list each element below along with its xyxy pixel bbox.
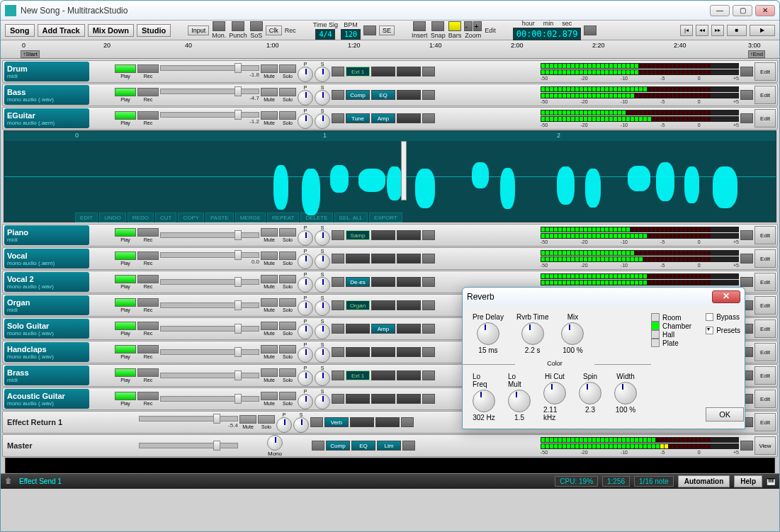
- room-hall-radio[interactable]: [651, 330, 660, 339]
- mute-button[interactable]: [261, 111, 278, 120]
- play-button[interactable]: [115, 392, 136, 400]
- mute-button[interactable]: [261, 345, 278, 353]
- effect-slot[interactable]: Lim: [377, 441, 401, 451]
- slot-extra[interactable]: [422, 370, 435, 380]
- edit-button[interactable]: Edit: [754, 343, 776, 361]
- mix-knob[interactable]: [561, 322, 584, 345]
- time-counter[interactable]: 00:00:02.879: [513, 28, 582, 40]
- effect-slot[interactable]: [371, 277, 395, 287]
- effect-slot[interactable]: De-es: [346, 277, 370, 287]
- help-button[interactable]: Help: [734, 475, 762, 487]
- effect-menu[interactable]: [332, 324, 344, 334]
- minimize-button[interactable]: —: [710, 5, 730, 16]
- volume-fader[interactable]: [160, 89, 259, 94]
- ok-button[interactable]: OK: [706, 407, 744, 421]
- effect-slot[interactable]: Organ: [346, 300, 370, 310]
- play-button[interactable]: [115, 111, 136, 120]
- track-header[interactable]: Bassmono audio (.wav): [4, 85, 89, 105]
- wave-delete-button[interactable]: DELETE: [300, 213, 332, 222]
- rec-button[interactable]: [137, 111, 159, 120]
- effect-slot[interactable]: Amp: [371, 324, 395, 334]
- effect-slot[interactable]: EQ: [351, 441, 375, 451]
- pre-delay-knob[interactable]: [477, 322, 499, 345]
- playhead[interactable]: [401, 141, 407, 200]
- rec-button[interactable]: [137, 298, 159, 307]
- send-knob[interactable]: [315, 67, 330, 82]
- effect-slot[interactable]: Comp: [346, 90, 370, 100]
- track-header[interactable]: Handclapsmono audio (.wav): [4, 342, 89, 362]
- effect-slot[interactable]: [371, 67, 395, 77]
- edit-button[interactable]: Edit: [754, 109, 776, 128]
- volume-fader[interactable]: [160, 252, 259, 258]
- effect-slot[interactable]: Samp: [346, 230, 370, 240]
- effect-slot[interactable]: [397, 277, 421, 287]
- slot-extra[interactable]: [422, 347, 435, 357]
- effect-slot[interactable]: Ext 1: [346, 67, 370, 77]
- send-knob[interactable]: [315, 277, 330, 293]
- sos-toggle[interactable]: [250, 21, 263, 31]
- play-button[interactable]: [115, 228, 136, 237]
- volume-fader[interactable]: [160, 373, 259, 378]
- pan-knob[interactable]: [298, 300, 313, 316]
- wave-export-button[interactable]: EXPORT: [369, 213, 402, 222]
- effect-slot[interactable]: Amp: [371, 113, 395, 123]
- effect-slot[interactable]: Ext 1: [346, 370, 370, 380]
- keyboard-icon[interactable]: 🎹: [767, 477, 775, 485]
- volume-fader[interactable]: [160, 65, 259, 71]
- effect-slot[interactable]: [371, 300, 395, 310]
- width-knob[interactable]: [614, 382, 637, 404]
- rec-button[interactable]: [137, 368, 159, 377]
- rec-button[interactable]: [137, 345, 159, 353]
- rec-button[interactable]: [137, 251, 159, 260]
- start-marker[interactable]: ↑Start: [21, 50, 40, 58]
- meter-extra[interactable]: [740, 90, 753, 100]
- pan-knob[interactable]: [298, 254, 313, 269]
- se-button[interactable]: SE: [379, 26, 395, 35]
- rec-button[interactable]: [137, 88, 159, 96]
- meter-extra[interactable]: [740, 277, 753, 287]
- mon-toggle[interactable]: [213, 21, 225, 31]
- effect-menu[interactable]: [332, 90, 344, 100]
- mute-button[interactable]: [261, 275, 278, 283]
- slot-extra[interactable]: [402, 441, 415, 451]
- room-room-radio[interactable]: [651, 313, 660, 322]
- stop-button[interactable]: ■: [727, 25, 747, 36]
- dialog-titlebar[interactable]: Reverb ✕: [463, 288, 745, 306]
- dialog-close-button[interactable]: ✕: [712, 290, 740, 303]
- pan-knob[interactable]: [298, 324, 313, 339]
- effect-menu[interactable]: [332, 394, 344, 404]
- add-track-button[interactable]: Add Track: [38, 24, 85, 37]
- pan-knob[interactable]: [298, 347, 313, 363]
- zoom-out[interactable]: -: [464, 21, 473, 31]
- track-header[interactable]: Acoustic Guitarmono audio (.wav): [4, 389, 89, 409]
- effect-menu[interactable]: [332, 113, 344, 123]
- send-knob[interactable]: [315, 300, 330, 316]
- timesig-field[interactable]: 4/4: [315, 29, 335, 40]
- track-header[interactable]: Pianomidi: [4, 225, 89, 245]
- edit-button[interactable]: Edit: [754, 273, 776, 291]
- rec-button[interactable]: [137, 228, 159, 237]
- effect-slot[interactable]: EQ: [371, 90, 395, 100]
- end-marker[interactable]: ↑End: [748, 50, 765, 58]
- pan-knob[interactable]: [298, 90, 313, 106]
- edit-button[interactable]: Edit: [754, 413, 776, 431]
- play-button[interactable]: [115, 368, 136, 377]
- effect-slot[interactable]: [397, 254, 421, 264]
- meter-extra[interactable]: [740, 254, 753, 264]
- play-transport-button[interactable]: ▶: [750, 25, 775, 36]
- edit-button[interactable]: Edit: [754, 319, 776, 338]
- solo-button[interactable]: [279, 298, 296, 307]
- insert-toggle[interactable]: [413, 21, 426, 31]
- close-button[interactable]: ✕: [755, 5, 775, 16]
- wave-repeat-button[interactable]: REPEAT: [267, 213, 299, 222]
- meter-extra[interactable]: [740, 441, 753, 451]
- volume-fader[interactable]: [160, 302, 259, 308]
- effect-slot[interactable]: [397, 394, 421, 404]
- lo-mult-knob[interactable]: [508, 390, 531, 412]
- edit-button[interactable]: Edit: [754, 249, 776, 268]
- solo-button[interactable]: [258, 415, 275, 424]
- effect-slot[interactable]: [371, 394, 395, 404]
- effect-slot[interactable]: [371, 254, 395, 264]
- wave-paste-button[interactable]: PASTE: [205, 213, 234, 222]
- wave-merge-button[interactable]: MERGE: [235, 213, 266, 222]
